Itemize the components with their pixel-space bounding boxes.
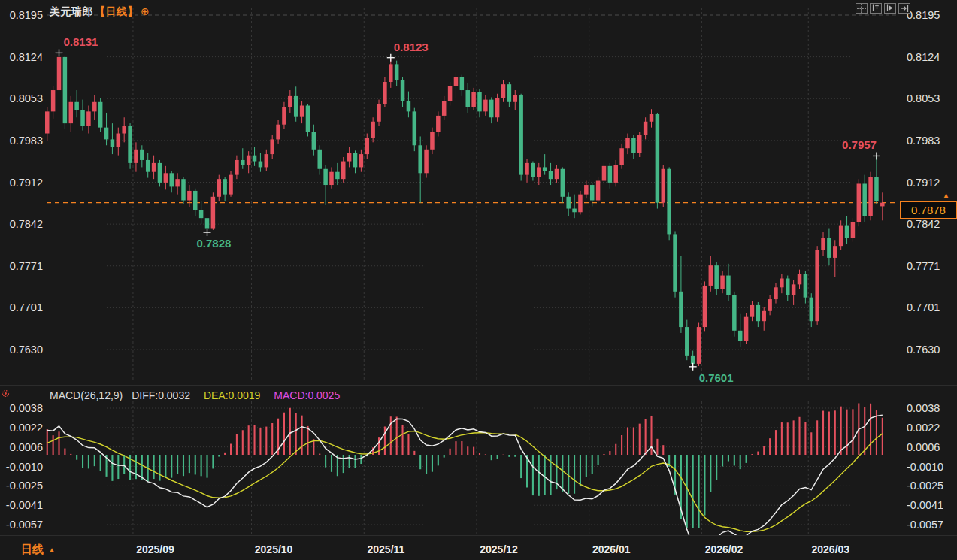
candle [656,114,660,203]
candle [489,100,494,118]
candle [193,191,198,210]
x-axis-month-label: 2026/01 [592,543,631,555]
candle [650,114,654,122]
candle [477,92,482,111]
y-axis-scale-button[interactable] [870,3,882,14]
x-axis-month-label: 2026/02 [705,543,743,555]
period-selector[interactable]: 日线▲ [21,543,56,557]
y-axis-label: -0.0010 [907,461,943,473]
auto-play-button[interactable] [884,3,896,14]
candle [317,150,322,169]
x-axis-month-label: 2026/03 [812,543,850,555]
candle [827,238,831,258]
candle [329,172,334,185]
candle [584,185,589,195]
y-axis-label: 0.7701 [907,301,940,313]
y-axis-label: 0.7842 [907,218,940,230]
candle [810,298,814,322]
candle [549,171,553,179]
circle-plus-icon[interactable]: ⊕ [141,5,150,17]
candle [703,286,707,327]
candle [187,191,192,201]
candle [561,169,565,197]
y-axis-label: -0.0057 [0,519,43,531]
candle [365,138,370,154]
crosshair-tool-button[interactable] [856,3,868,14]
y-axis-label: 0.0006 [907,441,940,453]
candle [288,96,292,107]
candle [804,274,808,298]
chart-title: 美元瑞郎【日线】⊕ [50,5,150,19]
candle [276,125,280,140]
candle [175,179,180,186]
candle [146,160,150,172]
candle [631,138,636,153]
candle [460,77,465,90]
candle [637,135,642,153]
chart-root: 0.81310.81230.79570.78280.7601 美元瑞郎【日线】⊕ [0,0,957,560]
candle [862,183,867,216]
y-axis-label: 0.7630 [907,344,940,356]
y-axis-label: 0.0038 [0,402,43,414]
candle [880,203,885,207]
x-axis-month-label: 2025/09 [136,543,174,555]
candle [513,95,518,101]
candle [181,179,186,200]
candle [537,167,541,177]
candle [720,276,725,289]
x-axis-month-label: 2025/11 [368,543,405,555]
candle [117,134,121,147]
triangle-up-icon: ▲ [48,546,56,554]
candle [383,82,387,104]
current-price-tag: 0.7878 [900,201,957,219]
candle [253,156,257,162]
candle [744,317,749,341]
dea-line [47,431,883,532]
current-price-value: 0.7878 [911,204,946,216]
candle [543,167,547,171]
y-axis-label: 0.7912 [0,177,43,189]
y-axis-label: -0.0041 [907,499,943,511]
y-axis-label: 0.8053 [907,92,940,104]
candle [798,274,802,284]
macd-canvas[interactable] [0,385,957,560]
candle [92,102,97,112]
goto-latest-button[interactable] [898,3,910,14]
candle [667,169,671,235]
candle [714,265,719,289]
candle [45,111,50,133]
candle [602,166,607,181]
candle [726,276,731,295]
candles-layer [45,53,885,366]
price-line-arrow-icon: ▲ [942,191,950,200]
candle [353,153,358,168]
y-axis-label: 0.7983 [0,135,43,147]
candle [418,145,422,173]
candle [152,163,156,172]
price-annotation: 0.7957 [842,138,877,151]
candle [265,154,269,167]
main-gridlines [47,8,896,380]
candle [335,172,340,179]
candle [483,100,488,112]
y-axis-label: 0.8195 [907,9,940,21]
candle [169,173,174,186]
candle [868,177,873,216]
y-axis-label: 0.0038 [907,402,940,414]
candle [259,162,263,168]
candle [134,150,138,163]
candle [679,292,683,327]
candle [815,250,819,322]
diff-line [47,415,883,550]
price-annotation: 0.8123 [394,41,429,53]
candle [442,101,447,116]
price-annotation: 0.7828 [197,237,232,250]
candle [424,150,429,174]
candle [241,160,245,165]
candle [685,327,689,356]
y-axis-label: 0.8053 [0,92,43,104]
candle [590,185,595,200]
candle [104,128,109,140]
main-chart-canvas[interactable]: 0.81310.81230.79570.78280.7601 [0,0,957,385]
candle [128,126,132,163]
